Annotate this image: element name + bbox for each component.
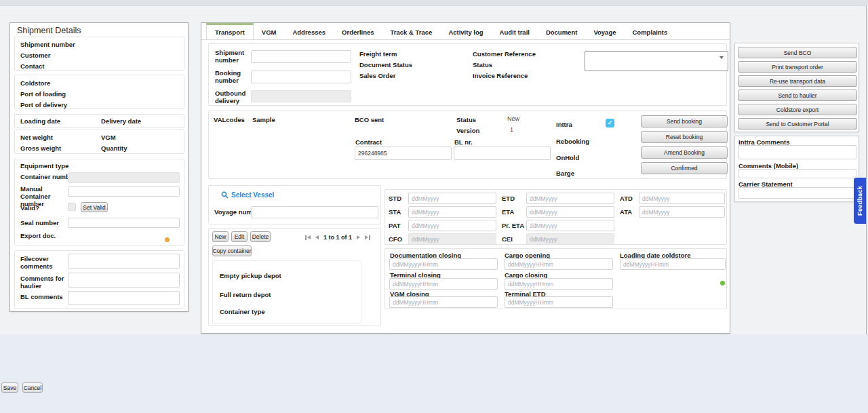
coldstore-label: Coldstore	[20, 79, 50, 87]
tab-vgm[interactable]: VGM	[254, 23, 285, 39]
chevron-down-icon	[719, 56, 724, 59]
last-page-icon[interactable]	[365, 235, 370, 240]
eta-input[interactable]	[526, 206, 614, 218]
inttra-checkbox[interactable]: ✓	[606, 119, 614, 127]
reset-booking-button[interactable]: Reset booking	[641, 131, 728, 143]
prev-page-icon[interactable]	[315, 235, 319, 239]
tab-audit-trail[interactable]: Audit trail	[492, 23, 538, 39]
print-transport-order-button[interactable]: Print transport order	[738, 61, 857, 73]
comments-mobile-input[interactable]	[738, 169, 856, 178]
side-comments-panel: Inttra Comments Comments (Mobile) Carrie…	[734, 136, 859, 202]
select-vessel-link[interactable]: Select Vessel	[221, 191, 274, 199]
tab-track-and-trace[interactable]: Track & Trace	[382, 23, 441, 39]
booking-number-input[interactable]	[251, 71, 351, 83]
transport-main-panel: Transport VGM Addresses Orderlines Track…	[201, 22, 730, 334]
tab-voyage[interactable]: Voyage	[585, 23, 624, 39]
pagination: 1 to 1 of 1	[305, 234, 370, 241]
contract-input[interactable]	[355, 146, 452, 160]
send-bco-button[interactable]: Send BCO	[738, 47, 857, 58]
bl-nr-label: BL nr.	[454, 138, 473, 146]
inttra-comments-input[interactable]	[738, 145, 856, 159]
bl-comments-input[interactable]	[68, 291, 180, 305]
port-of-delivery-label: Port of delivery	[20, 101, 67, 109]
customer-reference-label: Customer Reference	[473, 50, 536, 58]
pagination-text: 1 to 1 of 1	[323, 234, 352, 241]
copy-container-button[interactable]: Copy container	[212, 245, 252, 256]
tab-transport[interactable]: Transport	[206, 23, 254, 39]
shipment-number-label: Shipment number	[20, 41, 75, 48]
status-form-label: Status	[473, 61, 492, 68]
dates-section: STD STA PAT CFO ETD ETA Pr. ETA CEI ATD …	[384, 189, 727, 245]
gross-weight-label: Gross weight	[20, 144, 61, 152]
cfo-label: CFO	[389, 235, 402, 243]
tab-activity-log[interactable]: Activity log	[440, 23, 491, 39]
filecover-comments-input[interactable]	[68, 254, 180, 269]
terminal-etd-input[interactable]	[505, 296, 613, 308]
shipment-details-title: Shipment Details	[17, 26, 81, 36]
edit-button[interactable]: Edit	[231, 231, 248, 242]
comments-for-haulier-input[interactable]	[68, 273, 180, 288]
empty-pickup-depot-label: Empty pickup depot	[220, 272, 281, 279]
tab-complaints[interactable]: Complaints	[624, 23, 675, 39]
reuse-transport-data-button[interactable]: Re-use transport data	[738, 75, 857, 87]
tab-document[interactable]: Document	[538, 23, 585, 39]
terminal-closing-input[interactable]	[389, 278, 498, 290]
shipment-number-form-input[interactable]	[251, 50, 351, 63]
seal-number-input[interactable]	[68, 218, 180, 228]
std-input[interactable]	[408, 193, 496, 204]
pr-eta-label: Pr. ETA	[502, 222, 524, 229]
booking-status-label: Status	[456, 116, 476, 123]
sta-input[interactable]	[408, 206, 496, 218]
cargo-closing-input[interactable]	[505, 278, 613, 290]
container-list-section: New Edit Delete 1 to 1 of 1 Copy contain…	[208, 228, 381, 326]
new-button[interactable]: New	[212, 231, 229, 242]
header-select[interactable]	[585, 51, 728, 71]
cargo-opening-input[interactable]	[505, 258, 613, 270]
delete-button[interactable]: Delete	[250, 231, 271, 242]
ports-section: Coldstore Port of loading Port of delive…	[14, 75, 184, 109]
equipment-section: Equipment type Container number Manual C…	[14, 159, 184, 245]
first-page-icon[interactable]	[305, 235, 311, 240]
set-valid-button[interactable]: Set Valid	[81, 202, 108, 212]
bl-comments-label: BL comments	[20, 293, 63, 300]
search-icon	[221, 191, 229, 199]
tab-orderlines[interactable]: Orderlines	[334, 23, 382, 39]
valcodes-label: VALcodes	[214, 116, 245, 123]
vgm-closing-input[interactable]	[389, 296, 498, 308]
manual-container-number-input[interactable]	[68, 186, 180, 197]
pat-input[interactable]	[408, 220, 496, 231]
sales-order-label: Sales Order	[359, 72, 395, 79]
container-number-input	[68, 172, 180, 183]
send-booking-button[interactable]: Send booking	[641, 115, 728, 127]
document-status-label: Document Status	[359, 61, 412, 68]
select-vessel-label: Select Vessel	[231, 191, 274, 199]
send-to-haulier-button[interactable]: Send to haulier	[738, 90, 857, 101]
amend-booking-button[interactable]: Amend Booking	[641, 146, 728, 159]
pr-eta-input[interactable]	[526, 220, 614, 231]
sample-label: Sample	[252, 116, 275, 123]
actions-panel: Send BCO Print transport order Re-use tr…	[734, 43, 859, 132]
feedback-tab[interactable]: Feedback	[854, 178, 866, 224]
coldstore-export-button[interactable]: Coldstore export	[738, 104, 857, 115]
bl-nr-input[interactable]	[454, 146, 551, 160]
confirmed-button[interactable]: Confirmed	[641, 162, 728, 174]
right-edge-divider	[866, 6, 867, 334]
tab-addresses[interactable]: Addresses	[284, 23, 334, 39]
ata-input[interactable]	[639, 206, 725, 218]
send-to-customer-portal-button[interactable]: Send to Customer Portal	[738, 118, 857, 130]
pat-label: PAT	[389, 222, 401, 229]
valid-checkbox[interactable]	[68, 203, 76, 211]
documentation-closing-input[interactable]	[389, 258, 498, 270]
voyage-number-input[interactable]	[251, 206, 378, 218]
check-icon: ✓	[608, 119, 613, 126]
cei-label: CEI	[502, 235, 513, 243]
contract-label: Contract	[355, 138, 382, 146]
etd-input[interactable]	[526, 193, 614, 204]
loading-date-coldstore-input[interactable]	[620, 258, 726, 270]
contact-label: Contact	[20, 62, 44, 70]
atd-input[interactable]	[639, 193, 725, 204]
cancel-button[interactable]: Cancel	[22, 382, 43, 393]
carrier-statement-input[interactable]	[738, 187, 856, 199]
next-page-icon[interactable]	[357, 235, 360, 239]
save-button[interactable]: Save	[1, 382, 18, 393]
